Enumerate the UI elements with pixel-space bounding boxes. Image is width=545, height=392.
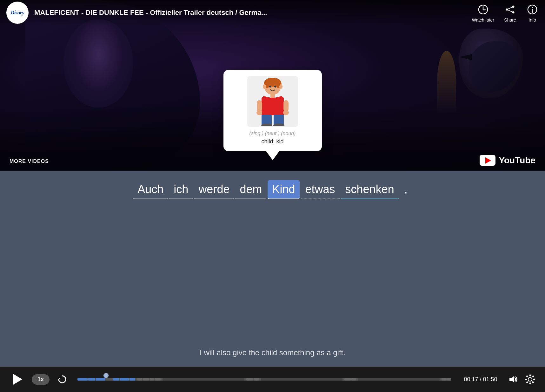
svg-point-34 — [534, 379, 535, 380]
seg-14 — [351, 378, 356, 381]
seg-13 — [344, 378, 351, 381]
svg-rect-19 — [270, 94, 275, 98]
tooltip-definition: child; kid — [261, 138, 283, 145]
seg-12 — [254, 378, 259, 381]
share-icon — [504, 3, 516, 16]
seg-9 — [150, 378, 154, 381]
watch-later-button[interactable]: Watch later — [472, 3, 494, 23]
word-ich[interactable]: ich — [169, 180, 193, 199]
player-controls: 1x — [0, 367, 545, 392]
svg-rect-24 — [257, 100, 262, 112]
seg-15 — [442, 378, 447, 381]
video-actions: Watch later Share — [472, 3, 539, 23]
watch-later-icon — [477, 3, 489, 16]
youtube-logo-overlay: YouTube — [480, 155, 535, 166]
info-label: Info — [528, 17, 536, 23]
seg-8 — [143, 378, 149, 381]
seg-4 — [113, 378, 119, 381]
word-kind[interactable]: Kind — [268, 180, 299, 199]
english-translation: I will also give the child something as … — [200, 348, 345, 357]
seg-7 — [137, 378, 142, 381]
seg-1 — [77, 378, 88, 381]
video-title: MALEFICENT - DIE DUNKLE FEE - Offizielle… — [34, 9, 466, 17]
word-schenken[interactable]: schenken — [341, 180, 399, 199]
svg-point-32 — [529, 383, 531, 384]
seg-empty3 — [358, 378, 440, 381]
disney-logo: Disney — [6, 2, 29, 24]
progress-segments — [77, 378, 451, 381]
play-button[interactable] — [10, 371, 25, 387]
play-icon — [13, 374, 22, 385]
svg-line-6 — [507, 7, 513, 10]
seg-5 — [120, 378, 129, 381]
settings-icon — [525, 374, 535, 385]
more-videos-label: MORE VIDEOS — [10, 159, 49, 164]
word-auch[interactable]: Auch — [133, 180, 168, 199]
svg-marker-29 — [509, 376, 514, 382]
progress-bar[interactable] — [77, 378, 451, 381]
watch-later-label: Watch later — [472, 17, 494, 23]
german-sentence: Auch ich werde dem Kind etwas schenken . — [133, 180, 412, 199]
word-werde[interactable]: werde — [194, 180, 234, 199]
volume-button[interactable] — [508, 374, 518, 385]
svg-point-27 — [283, 110, 289, 115]
child-illustration — [250, 77, 295, 126]
svg-point-18 — [279, 84, 282, 89]
seg-6 — [130, 378, 135, 381]
svg-point-9 — [532, 7, 533, 8]
youtube-play-icon — [480, 155, 495, 166]
time-current: 00:17 — [464, 376, 478, 382]
youtube-triangle — [485, 157, 491, 164]
svg-point-36 — [532, 382, 534, 383]
svg-point-39 — [528, 377, 532, 381]
reload-icon — [57, 374, 68, 385]
svg-rect-25 — [283, 100, 289, 112]
disney-logo-text: Disney — [11, 10, 24, 16]
share-button[interactable]: Share — [504, 3, 516, 23]
youtube-text: YouTube — [499, 155, 535, 166]
svg-point-37 — [532, 376, 534, 377]
word-period: . — [400, 180, 412, 199]
word-etwas[interactable]: etwas — [301, 180, 340, 199]
seg-10 — [155, 378, 161, 381]
seg-16 — [447, 378, 451, 381]
seg-empty — [163, 378, 244, 381]
info-icon — [526, 3, 539, 16]
video-top-bar: Disney MALEFICENT - DIE DUNKLE FEE - Off… — [0, 0, 545, 25]
seg-2 — [88, 378, 95, 381]
svg-point-15 — [269, 86, 271, 88]
player-container: Disney MALEFICENT - DIE DUNKLE FEE - Off… — [0, 0, 545, 392]
svg-point-17 — [263, 84, 266, 89]
svg-marker-28 — [59, 377, 61, 379]
svg-point-38 — [526, 382, 528, 383]
time-display: 00:17 / 01:50 — [460, 376, 501, 383]
seg-11 — [246, 378, 253, 381]
settings-button[interactable] — [525, 374, 535, 385]
subtitle-area: Auch ich werde dem Kind etwas schenken .… — [0, 171, 545, 367]
svg-line-7 — [507, 10, 513, 12]
speed-badge[interactable]: 1x — [32, 374, 50, 385]
svg-point-16 — [274, 86, 276, 88]
video-area: Disney MALEFICENT - DIE DUNKLE FEE - Off… — [0, 0, 545, 171]
progress-bar-inner — [77, 378, 451, 381]
seg-3 — [96, 378, 105, 381]
info-button[interactable]: Info — [526, 3, 539, 23]
seg-empty2 — [261, 378, 343, 381]
word-dem[interactable]: dem — [235, 180, 266, 199]
volume-icon — [508, 374, 518, 385]
reload-button[interactable] — [56, 373, 69, 386]
svg-point-26 — [256, 110, 262, 115]
tooltip-image — [247, 76, 298, 127]
progress-knob — [103, 373, 109, 378]
svg-point-31 — [529, 375, 531, 376]
svg-point-35 — [526, 376, 528, 377]
share-label: Share — [504, 17, 516, 23]
tooltip-grammar: (sing.) (neut.) (noun) — [249, 131, 296, 136]
word-tooltip: (sing.) (neut.) (noun) child; kid — [223, 70, 322, 151]
svg-point-33 — [525, 379, 527, 380]
time-total: 01:50 — [483, 376, 497, 382]
